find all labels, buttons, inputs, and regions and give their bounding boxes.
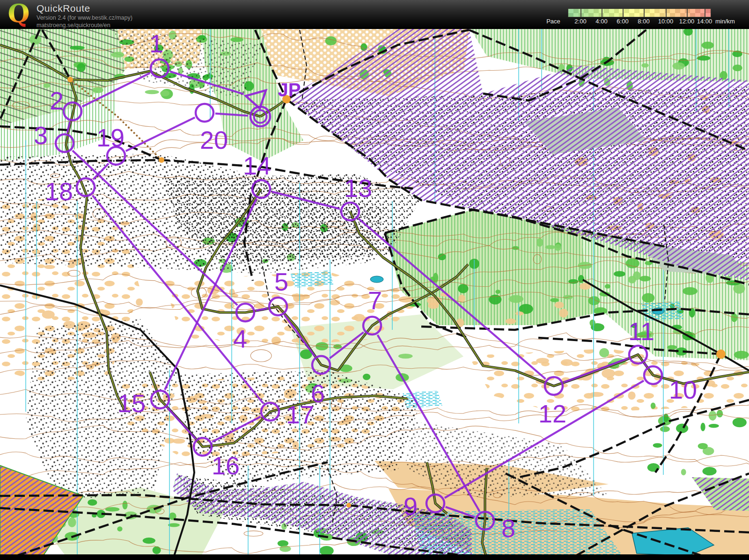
- pace-gradient-cell: [604, 9, 609, 13]
- pace-tick: [580, 9, 581, 17]
- pace-gradient-cell: [609, 9, 614, 13]
- control-number-7: 7: [368, 286, 382, 314]
- pace-gradient-cell: [584, 13, 589, 17]
- control-number-1: 1: [149, 29, 163, 58]
- pace-gradient-cell: [629, 9, 634, 13]
- control-number-16: 16: [212, 451, 240, 480]
- control-number-15: 15: [117, 389, 146, 417]
- control-number-13: 13: [344, 174, 372, 202]
- control-number-20: 20: [200, 126, 228, 154]
- control-number-3: 3: [34, 121, 48, 149]
- pace-gradient-cell: [609, 13, 614, 17]
- control-number-17: 17: [286, 400, 314, 429]
- quickroute-logo-icon: Q: [5, 0, 33, 29]
- app-title: QuickRoute: [37, 3, 132, 14]
- control-number-2: 2: [50, 87, 64, 115]
- control-number-4: 4: [233, 325, 247, 353]
- pace-gradient-cell: [660, 13, 665, 17]
- quickroute-window: { "header": { "app_title": "QuickRoute",…: [0, 0, 749, 560]
- control-number-12: 12: [538, 400, 566, 428]
- pace-gradient-cell: [573, 13, 579, 17]
- pace-gradient-cell: [629, 13, 634, 17]
- pace-gradient-cell: [670, 9, 675, 13]
- pace-gradient-cell: [604, 13, 609, 17]
- pace-gradient-cell: [654, 13, 660, 17]
- pace-gradient-cell: [654, 9, 660, 13]
- pace-gradient-cell: [568, 9, 573, 13]
- pace-tick: [666, 9, 667, 17]
- pace-gradient-cell: [705, 9, 711, 13]
- map-viewport[interactable]: 1234567891011121314151617181920JP: [0, 29, 749, 554]
- pace-gradient-cell: [660, 9, 665, 13]
- pace-gradient-cell: [645, 13, 650, 17]
- pace-gradient-cell: [705, 13, 711, 17]
- titlebar: Q QuickRoute Version 2.4 (for www.bestik…: [0, 0, 749, 29]
- pace-gradient-cell: [584, 9, 589, 13]
- pace-gradient-cell: [614, 13, 619, 17]
- pace-tick: [602, 9, 602, 17]
- control-number-10: 10: [669, 376, 697, 404]
- pace-gradient-cell: [594, 13, 599, 17]
- pace-gradient-bar: [568, 9, 711, 17]
- pace-gradient-cell: [614, 9, 619, 13]
- pace-tick: [623, 9, 624, 17]
- pace-gradient-cell: [680, 13, 685, 17]
- pace-tick: [705, 9, 705, 17]
- pace-gradient-cell: [650, 9, 655, 13]
- pace-gradient-cell: [624, 13, 629, 17]
- pace-gradient-cell: [645, 9, 650, 13]
- control-number-8: 8: [501, 514, 515, 542]
- pace-gradient-cell: [695, 13, 700, 17]
- url-line: matstroeng.se/quickroute/en: [37, 22, 132, 29]
- svg-text:Q: Q: [7, 0, 29, 29]
- control-number-18: 18: [45, 177, 73, 205]
- pace-legend-label: Pace: [541, 18, 565, 25]
- pace-gradient-cell: [573, 9, 579, 13]
- pace-gradient-cell: [634, 13, 639, 17]
- control-number-14: 14: [243, 152, 271, 180]
- pace-gradient-cell: [624, 9, 629, 13]
- control-number-9: 9: [404, 492, 418, 520]
- pace-gradient-cell: [588, 9, 594, 13]
- pace-unit-label: min/km: [715, 18, 748, 25]
- pace-gradient-cell: [695, 9, 700, 13]
- pace-gradient-cell: [690, 13, 695, 17]
- pace-gradient-cell: [690, 9, 695, 13]
- pace-gradient-cell: [588, 13, 594, 17]
- map-annotation-jp: JP: [278, 80, 301, 100]
- pace-tick: [687, 9, 688, 17]
- pace-gradient-cell: [568, 13, 573, 17]
- pace-gradient-cell: [634, 9, 639, 13]
- control-number-11: 11: [628, 317, 654, 345]
- pace-gradient-cell: [675, 9, 680, 13]
- pace-legend: Pace min/km 2:004:006:008:0010:0012:0014…: [541, 0, 749, 29]
- pace-gradient-cell: [594, 9, 599, 13]
- control-number-19: 19: [96, 124, 125, 152]
- pace-gradient-cell: [675, 13, 680, 17]
- pace-gradient-cell: [670, 13, 675, 17]
- legend-tick-label: 14:00: [690, 18, 719, 25]
- pace-gradient-cell: [680, 9, 685, 13]
- pace-tick: [644, 9, 645, 17]
- pace-gradient-cell: [650, 13, 655, 17]
- control-number-5: 5: [274, 268, 288, 296]
- version-line: Version 2.4 (for www.bestik.cz/mapy): [37, 14, 132, 22]
